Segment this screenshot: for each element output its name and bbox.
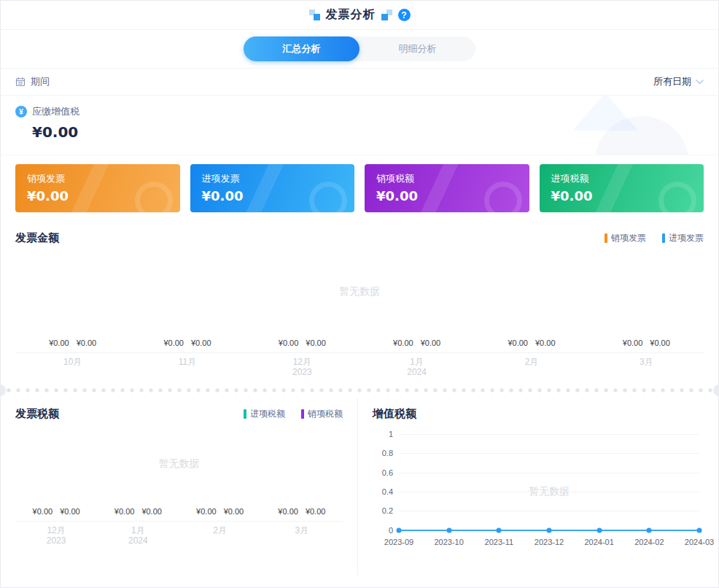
value-label: ¥0.00 <box>77 339 97 347</box>
card-input-invoice[interactable]: 进项发票 ¥0.00 <box>190 164 355 212</box>
period-label-group: 期间 <box>15 75 50 88</box>
data-point[interactable] <box>647 527 652 533</box>
y-tick: 0.8 <box>373 449 393 457</box>
x-tick: 2023-09 <box>384 538 413 546</box>
date-range-select[interactable]: 所有日期 <box>653 75 704 88</box>
y-tick: 1 <box>373 430 393 438</box>
tab-detail-analysis[interactable]: 明细分析 <box>360 36 475 61</box>
legend-marker <box>605 233 607 243</box>
invoice-tax-section: 发票税额 进项税额 销项税额 暂无数据 ¥0.00¥0.00 ¥0.00¥0.0… <box>1 398 358 575</box>
legend-input-invoice[interactable]: 进项发票 <box>662 232 704 244</box>
invoice-tax-months-row: 12月2023 1月2024 2月 3月 <box>15 522 343 546</box>
value-label: ¥0.00 <box>141 507 162 516</box>
month-label: 3月 <box>295 525 309 535</box>
period-label: 期间 <box>31 75 50 88</box>
legend-output-invoice[interactable]: 销项发票 <box>605 232 646 244</box>
gridline <box>399 473 699 473</box>
gridline <box>399 434 699 435</box>
invoice-amount-title: 发票金额 <box>15 231 59 245</box>
gridline <box>399 511 699 511</box>
page-title: 发票分析 <box>326 7 376 23</box>
tab-group: 汇总分析 明细分析 <box>244 36 475 61</box>
vat-amount-chart: 1 0.8 0.6 0.4 0.2 0 <box>373 427 704 557</box>
data-point[interactable] <box>446 527 451 533</box>
card-output-invoice[interactable]: 销项发票 ¥0.00 <box>15 164 180 212</box>
bottom-panels: 发票税额 进项税额 销项税额 暂无数据 ¥0.00¥0.00 ¥0.00¥0.0… <box>1 398 718 575</box>
legend-marker <box>662 233 665 243</box>
data-point[interactable] <box>547 527 552 533</box>
help-icon[interactable]: ? <box>398 9 411 21</box>
divider-notch-left <box>0 384 6 396</box>
invoice-amount-legend: 销项发票 进项发票 <box>605 232 704 244</box>
value-label: ¥0.00 <box>163 339 184 347</box>
y-tick: 0.4 <box>373 487 393 496</box>
value-label: ¥0.00 <box>114 507 135 516</box>
value-label: ¥0.00 <box>650 339 670 347</box>
value-label: ¥0.00 <box>306 339 326 347</box>
year-label: 2023 <box>292 367 312 377</box>
value-label: ¥0.00 <box>33 507 53 516</box>
tabs-bar: 汇总分析 明细分析 <box>1 30 718 68</box>
legend-output-tax[interactable]: 销项税额 <box>301 408 343 420</box>
card-label: 进项税额 <box>551 172 693 185</box>
value-label: ¥0.00 <box>306 507 326 516</box>
year-label: 2023 <box>47 535 66 546</box>
invoice-tax-values-row: ¥0.00¥0.00 ¥0.00¥0.00 ¥0.00¥0.00 ¥0.00¥0… <box>15 507 343 521</box>
value-label: ¥0.00 <box>191 339 211 347</box>
divider-notch-right <box>713 384 719 396</box>
year-label: 2024 <box>407 367 427 377</box>
value-label: ¥0.00 <box>535 339 556 347</box>
header-bar: 发票分析 ? <box>1 1 718 30</box>
y-tick: 0.6 <box>373 468 393 477</box>
data-point[interactable] <box>497 527 502 533</box>
legend-label: 销项税额 <box>308 408 343 420</box>
invoice-tax-legend: 进项税额 销项税额 <box>244 408 343 420</box>
month-label: 2月 <box>213 525 227 535</box>
value-label: ¥0.00 <box>49 339 69 347</box>
zero-value-line <box>399 530 699 531</box>
legend-input-tax[interactable]: 进项税额 <box>244 408 285 420</box>
month-label: 12月 <box>47 525 65 535</box>
x-tick: 2024-01 <box>584 538 613 546</box>
month-label: 11月 <box>179 357 196 367</box>
card-input-tax[interactable]: 进项税额 ¥0.00 <box>540 164 704 212</box>
month-label: 1月 <box>131 525 145 535</box>
card-value: ¥0.00 <box>202 188 343 204</box>
value-label: ¥0.00 <box>60 507 80 516</box>
card-label: 销项发票 <box>27 172 168 185</box>
invoice-amount-values-row: ¥0.00¥0.00 ¥0.00¥0.00 ¥0.00¥0.00 ¥0.00¥0… <box>15 339 704 352</box>
data-point[interactable] <box>697 527 702 533</box>
data-point[interactable] <box>397 527 402 533</box>
value-label: ¥0.00 <box>278 507 298 516</box>
value-label: ¥0.00 <box>623 339 643 347</box>
vat-due-label: 应缴增值税 <box>32 105 79 118</box>
card-value: ¥0.00 <box>27 188 168 204</box>
legend-label: 进项税额 <box>250 408 285 420</box>
legend-label: 进项发票 <box>669 232 704 244</box>
invoice-amount-empty-text: 暂无数据 <box>15 245 704 339</box>
x-tick: 2024-03 <box>685 538 714 546</box>
card-output-tax[interactable]: 销项税额 ¥0.00 <box>365 164 529 212</box>
month-label: 10月 <box>63 357 82 367</box>
tab-summary-analysis[interactable]: 汇总分析 <box>244 36 360 61</box>
plot-area <box>399 434 699 530</box>
legend-marker <box>244 409 246 419</box>
invoice-amount-section: 发票金额 销项发票 进项发票 暂无数据 ¥0.00¥0.00 ¥0.00¥0.0… <box>1 223 718 378</box>
x-tick: 2023-10 <box>434 538 463 546</box>
card-label: 进项发票 <box>202 172 343 185</box>
x-tick: 2023-12 <box>535 538 564 546</box>
invoice-tax-title: 发票税额 <box>15 407 59 421</box>
vat-coin-icon: ¥ <box>15 106 27 117</box>
invoice-amount-months-row: 10月 11月 12月2023 1月2024 2月 3月 <box>15 353 704 378</box>
data-point[interactable] <box>596 527 602 533</box>
x-tick: 2024-02 <box>634 538 664 546</box>
card-label: 销项税额 <box>376 172 518 185</box>
date-range-value: 所有日期 <box>653 75 691 88</box>
vat-amount-empty-text: 暂无数据 <box>399 485 699 498</box>
value-label: ¥0.00 <box>196 507 217 516</box>
legend-label: 销项发票 <box>611 232 646 244</box>
vat-amount-x-labels: 2023-09 2023-10 2023-11 2023-12 2024-01 … <box>399 538 699 548</box>
chevron-down-icon <box>696 80 704 85</box>
legend-marker <box>301 409 304 419</box>
title-decor-squares-right-icon <box>381 9 392 20</box>
